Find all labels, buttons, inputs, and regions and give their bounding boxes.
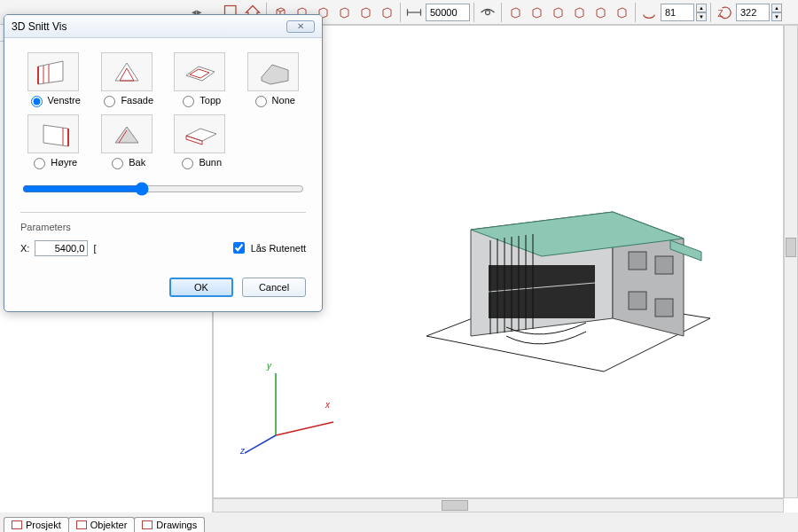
tab-objekter[interactable]: Objekter (68, 517, 136, 532)
view-thumb-none[interactable] (247, 52, 299, 91)
vertical-scrollbar[interactable] (784, 25, 798, 498)
svg-marker-15 (512, 8, 520, 18)
x-label: X: (20, 243, 29, 254)
view-thumb-hoyre[interactable] (27, 114, 79, 153)
svg-rect-41 (655, 299, 673, 317)
lock-grid-label: Lås Rutenett (251, 243, 306, 254)
radio-venstre[interactable] (31, 96, 43, 107)
building-model (409, 168, 728, 398)
radio-bunn[interactable] (182, 158, 193, 169)
svg-marker-17 (554, 8, 562, 18)
dialog-title: 3D Snitt Vis (12, 20, 66, 33)
rotate-y-spinner[interactable]: ▲▼ (696, 4, 707, 21)
svg-marker-19 (597, 8, 605, 18)
axis-gizmo: x y z (240, 356, 347, 462)
svg-point-14 (486, 10, 490, 14)
axis-z-label: z (240, 446, 245, 456)
bottom-tabbar: Prosjekt Objekter Drawings (0, 512, 231, 532)
svg-marker-18 (575, 8, 583, 18)
svg-marker-16 (533, 8, 541, 18)
svg-rect-38 (629, 252, 646, 270)
svg-marker-49 (115, 63, 138, 81)
view-thumb-fasade[interactable] (101, 52, 153, 91)
svg-marker-8 (340, 8, 348, 18)
radio-topp[interactable] (183, 96, 194, 107)
radio-fasade[interactable] (104, 96, 115, 107)
3d-section-dialog: 3D Snitt Vis ✕ Venstre Fasade To (4, 14, 323, 312)
svg-marker-59 (186, 129, 216, 141)
rotate-z-spinner[interactable]: ▲▼ (771, 4, 782, 21)
horizontal-scrollbar[interactable] (213, 498, 784, 512)
section-slider[interactable] (22, 182, 304, 196)
cube-5-button[interactable] (356, 3, 375, 22)
radio-bak[interactable] (112, 158, 123, 169)
cube-red-1-button[interactable] (505, 3, 525, 22)
cube-red-4-button[interactable] (569, 3, 589, 22)
camera-button[interactable] (478, 3, 497, 22)
tab-drawings[interactable]: Drawings (134, 517, 205, 532)
rotate-y-button[interactable] (639, 3, 659, 22)
cube-red-5-button[interactable] (591, 3, 610, 22)
svg-line-3 (277, 10, 280, 12)
scale-input[interactable] (426, 4, 470, 21)
tab-prosjekt[interactable]: Prosjekt (4, 517, 69, 532)
view-thumb-bunn[interactable] (174, 114, 225, 153)
close-button[interactable]: ✕ (286, 20, 315, 33)
svg-marker-57 (115, 127, 138, 143)
cube-4-button[interactable] (334, 3, 354, 22)
svg-rect-39 (655, 256, 673, 274)
view-thumb-topp[interactable] (174, 52, 225, 91)
svg-line-4 (280, 10, 285, 12)
cancel-button[interactable]: Cancel (242, 278, 306, 297)
svg-marker-9 (362, 8, 370, 18)
cube-red-6-button[interactable] (612, 3, 631, 22)
parameters-label: Parameters (20, 222, 306, 232)
cube-6-button[interactable] (377, 3, 396, 22)
view-thumb-venstre[interactable] (27, 52, 79, 91)
axis-x-label: x (325, 400, 330, 410)
svg-marker-20 (618, 8, 626, 18)
svg-marker-53 (262, 65, 288, 84)
svg-marker-10 (383, 8, 391, 18)
cube-red-2-button[interactable] (527, 3, 546, 22)
rotate-z-button[interactable]: Z (715, 3, 734, 22)
bracket-label: [ (93, 243, 96, 254)
svg-line-42 (276, 422, 333, 435)
radio-none[interactable] (255, 96, 267, 107)
cube-red-3-button[interactable] (548, 3, 567, 22)
ok-button[interactable]: OK (169, 278, 233, 297)
x-input[interactable] (35, 240, 88, 256)
svg-marker-45 (38, 61, 63, 84)
axis-y-label: y (267, 361, 271, 371)
rotate-z-input[interactable] (736, 4, 770, 21)
svg-marker-54 (43, 125, 68, 146)
svg-line-44 (245, 435, 276, 453)
svg-rect-40 (629, 292, 646, 309)
radio-hoyre[interactable] (34, 158, 45, 169)
scale-tool-button[interactable] (404, 3, 424, 22)
view-thumb-bak[interactable] (101, 114, 153, 153)
close-icon: ✕ (297, 21, 304, 31)
rotate-y-input[interactable] (661, 4, 694, 21)
lock-grid-checkbox[interactable] (233, 242, 245, 254)
